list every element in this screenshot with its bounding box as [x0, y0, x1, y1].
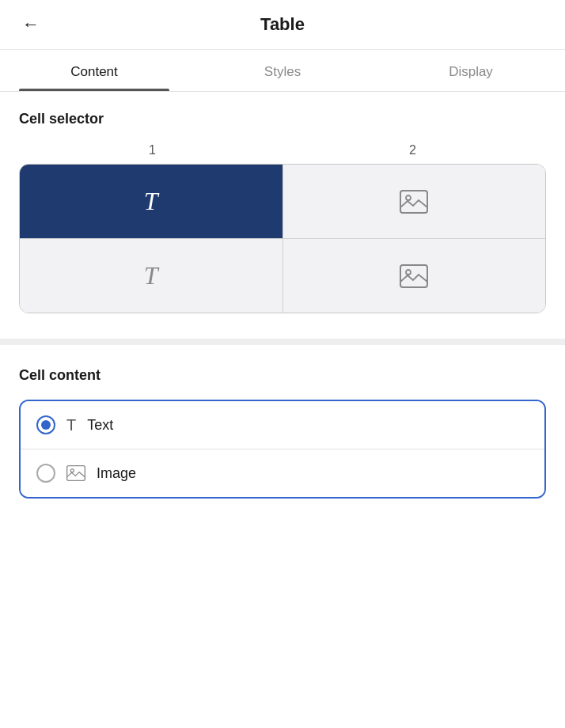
col-label-2: 2 [282, 143, 543, 157]
text-icon: T [144, 261, 158, 290]
back-arrow-icon: ← [22, 14, 40, 35]
svg-rect-4 [67, 466, 85, 481]
svg-rect-0 [400, 191, 427, 213]
tab-display[interactable]: Display [377, 50, 565, 91]
radio-text-inner [41, 420, 51, 430]
option-image-label: Image [97, 465, 136, 482]
cell-r2c1[interactable]: T [20, 239, 283, 313]
cell-content-title: Cell content [19, 367, 546, 384]
options-container: T Text Image [19, 400, 546, 499]
option-text-label: Text [87, 417, 113, 434]
tab-content[interactable]: Content [0, 50, 188, 91]
tabs-bar: Content Styles Display [0, 50, 565, 92]
text-type-icon: T [66, 416, 76, 434]
col-label-1: 1 [22, 143, 282, 157]
section-divider [0, 339, 565, 345]
image-icon [400, 264, 428, 288]
text-icon: T [144, 187, 158, 216]
option-text[interactable]: T Text [21, 401, 544, 449]
radio-text[interactable] [36, 415, 55, 434]
cell-content-section: Cell content T Text Image [19, 345, 546, 499]
cell-selector-title: Cell selector [19, 111, 546, 127]
col-labels: 1 2 [19, 143, 546, 157]
svg-point-1 [406, 195, 411, 200]
header: ← Table [0, 0, 565, 50]
cell-row-1: T [20, 165, 545, 239]
cell-r1c1[interactable]: T [20, 165, 283, 238]
radio-image[interactable] [36, 464, 55, 483]
cell-selector-section: Cell selector 1 2 T [19, 111, 546, 313]
cell-row-2: T [20, 239, 545, 313]
image-icon [400, 190, 428, 214]
cell-r1c2[interactable] [283, 165, 546, 238]
image-type-icon [66, 465, 85, 481]
svg-rect-2 [400, 265, 427, 287]
tab-styles[interactable]: Styles [188, 50, 377, 91]
option-image[interactable]: Image [21, 449, 544, 497]
cell-grid: T T [19, 164, 546, 313]
main-content: Cell selector 1 2 T [0, 92, 565, 499]
cell-r2c2[interactable] [283, 239, 546, 313]
back-button[interactable]: ← [19, 11, 43, 38]
page-title: Table [260, 14, 305, 35]
svg-point-3 [406, 270, 411, 275]
svg-point-5 [70, 469, 74, 472]
